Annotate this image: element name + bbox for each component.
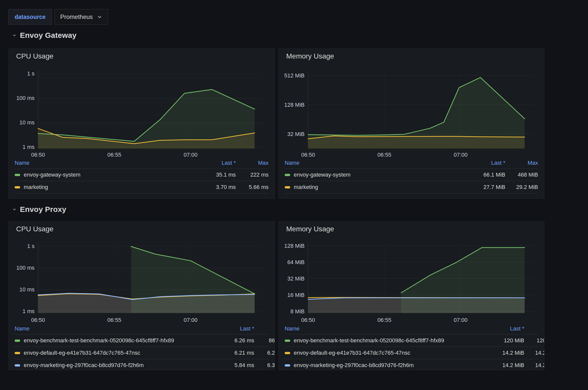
y-axis-tick-label: 128 MiB (284, 102, 305, 108)
legend-sort-max[interactable]: Max (236, 160, 269, 166)
series-max-value: 29.2 MiB (505, 184, 538, 190)
legend: NameLast *Maxenvoy-benchmark-test-benchm… (279, 323, 544, 370)
legend: NameLast *Maxenvoy-benchmark-test-benchm… (9, 323, 275, 370)
x-axis-tick-label: 07:00 (184, 152, 197, 158)
datasource-variable-dropdown[interactable]: Prometheus (54, 9, 108, 25)
x-axis-tick-label: 06:50 (31, 317, 45, 323)
legend-series: envoy-gateway-system (15, 172, 193, 178)
series-max-value: 6.27 ms (254, 350, 275, 356)
legend-sort-last[interactable]: Last * (462, 160, 505, 166)
y-axis-tick-label: 100 ms (16, 265, 35, 271)
series-color-swatch (15, 352, 20, 354)
y-axis-tick-label: 1 s (27, 243, 35, 249)
legend-series: envoy-benchmark-test-benchmark-0520098c-… (285, 337, 481, 344)
series-last-value: 3.70 ms (193, 184, 236, 190)
timeseries-chart[interactable]: 512 MiB128 MiB32 MiB06:5006:5507:00 (279, 49, 544, 161)
legend: NameLast *Maxenvoy-gateway-system35.1 ms… (9, 157, 275, 193)
legend-sort-max[interactable]: Max (254, 325, 275, 332)
y-axis-tick-label: 10 ms (19, 286, 35, 293)
x-axis-tick-label: 07:00 (454, 317, 467, 323)
legend-row[interactable]: envoy-gateway-system35.1 ms222 ms (15, 169, 269, 181)
legend-row[interactable]: envoy-default-eg-e41e7b31-647dc7c765-47n… (15, 347, 269, 359)
x-axis-tick-label: 07:00 (454, 152, 467, 158)
y-axis-tick-label: 16 MiB (287, 292, 305, 298)
section-title: Envoy Proxy (20, 205, 66, 214)
x-axis-tick-label: 06:50 (301, 317, 315, 323)
panel-gateway-memory-usage: Memory Usage 512 MiB128 MiB32 MiB06:5006… (278, 48, 544, 199)
legend-sort-name[interactable]: Name (285, 325, 481, 332)
series-max-value: 120 MiB (524, 337, 544, 344)
chart-canvas: 1 s100 ms10 ms1 ms06:5006:5507:00 (9, 221, 275, 324)
chevron-down-icon (12, 33, 17, 38)
series-last-value: 27.7 MiB (462, 184, 505, 190)
series-color-swatch (15, 340, 20, 342)
y-axis-tick-label: 512 MiB (284, 72, 305, 79)
legend-sort-last[interactable]: Last * (481, 325, 524, 332)
section-row-envoy-proxy[interactable]: Envoy Proxy (12, 204, 66, 215)
series-name: envoy-gateway-system (294, 172, 350, 178)
series-max-value: 14.2 MiB (524, 362, 544, 369)
panel-proxy-cpu-usage: CPU Usage 1 s100 ms10 ms1 ms06:5006:5507… (8, 221, 275, 370)
legend-row[interactable]: envoy-marketing-eg-297f0cac-b8cd97d76-f2… (285, 359, 538, 370)
chart-canvas: 128 MiB64 MiB32 MiB16 MiB8 MiB06:5006:55… (279, 221, 544, 324)
x-axis-tick-label: 07:00 (184, 317, 197, 323)
series-color-swatch (285, 340, 290, 342)
x-axis-tick-label: 06:55 (107, 152, 121, 158)
timeseries-chart[interactable]: 1 s100 ms10 ms1 ms06:5006:5507:00 (9, 49, 275, 161)
datasource-variable-value: Prometheus (60, 13, 93, 20)
timeseries-chart[interactable]: 128 MiB64 MiB32 MiB16 MiB8 MiB06:5006:55… (279, 221, 544, 325)
panel-proxy-memory-usage: Memory Usage 128 MiB64 MiB32 MiB16 MiB8 … (278, 221, 544, 370)
legend-header: NameLast *Max (15, 323, 269, 335)
panel-gateway-cpu-usage: CPU Usage 1 s100 ms10 ms1 ms06:5006:5507… (8, 48, 275, 199)
y-axis-tick-label: 100 ms (16, 95, 35, 101)
legend-series: envoy-marketing-eg-297f0cac-b8cd97d76-f2… (285, 362, 481, 369)
series-color-swatch (15, 174, 20, 176)
series-color-swatch (285, 364, 290, 367)
legend-series: marketing (15, 184, 193, 190)
series-color-swatch (15, 364, 20, 367)
datasource-variable-label: datasource (8, 9, 52, 25)
legend-row[interactable]: envoy-gateway-system66.1 MiB468 MiB (285, 169, 538, 181)
legend-series: envoy-default-eg-e41e7b31-647dc7c765-47n… (285, 350, 481, 356)
legend-sort-max[interactable]: Max (505, 160, 538, 166)
series-name: envoy-gateway-system (24, 172, 80, 178)
series-name: envoy-default-eg-e41e7b31-647dc7c765-47n… (294, 350, 410, 356)
series-last-value: 6.26 ms (211, 337, 254, 344)
series-name: marketing (294, 184, 318, 190)
series-last-value: 5.84 ms (211, 362, 254, 369)
timeseries-chart[interactable]: 1 s100 ms10 ms1 ms06:5006:5507:00 (9, 221, 275, 325)
y-axis-tick-label: 128 MiB (284, 243, 305, 249)
legend-sort-last[interactable]: Last * (211, 325, 254, 332)
series-name: envoy-benchmark-test-benchmark-0520098c-… (294, 337, 444, 344)
legend-sort-name[interactable]: Name (15, 160, 193, 166)
legend-row[interactable]: envoy-benchmark-test-benchmark-0520098c-… (285, 335, 538, 347)
legend-sort-last[interactable]: Last * (193, 160, 236, 166)
legend-row[interactable]: marketing3.70 ms5.66 ms (15, 181, 269, 193)
y-axis-tick-label: 1 s (27, 70, 35, 77)
y-axis-tick-label: 1 ms (22, 308, 35, 314)
legend-row[interactable]: envoy-default-eg-e41e7b31-647dc7c765-47n… (285, 347, 538, 359)
x-axis-tick-label: 06:55 (377, 317, 391, 323)
legend-row[interactable]: envoy-benchmark-test-benchmark-0520098c-… (15, 335, 269, 347)
y-axis-tick-label: 8 MiB (290, 308, 305, 315)
series-max-value: 14.2 MiB (524, 350, 544, 356)
legend-sort-max[interactable]: Max (524, 325, 544, 332)
chart-canvas: 512 MiB128 MiB32 MiB06:5006:5507:00 (279, 49, 544, 160)
series-max-value: 860 ms (254, 337, 275, 344)
dashboard: datasource Prometheus Envoy Gateway Envo… (0, 0, 588, 390)
section-row-envoy-gateway[interactable]: Envoy Gateway (12, 30, 76, 41)
y-axis-tick-label: 1 ms (22, 144, 35, 150)
series-color-swatch (285, 174, 290, 176)
legend-sort-name[interactable]: Name (15, 325, 211, 332)
series-max-value: 5.66 ms (236, 184, 269, 190)
series-name: envoy-marketing-eg-297f0cac-b8cd97d76-f2… (24, 362, 144, 369)
variable-controls: datasource Prometheus (8, 9, 108, 25)
series-max-value: 6.33 ms (254, 362, 275, 369)
series-last-value: 66.1 MiB (462, 172, 505, 178)
legend-sort-name[interactable]: Name (285, 160, 462, 166)
series-max-value: 468 MiB (505, 172, 538, 178)
legend-row[interactable]: envoy-marketing-eg-297f0cac-b8cd97d76-f2… (15, 359, 269, 370)
legend-row[interactable]: marketing27.7 MiB29.2 MiB (285, 181, 538, 193)
legend-series: envoy-benchmark-test-benchmark-0520098c-… (15, 337, 211, 344)
legend-header: NameLast *Max (285, 157, 538, 169)
